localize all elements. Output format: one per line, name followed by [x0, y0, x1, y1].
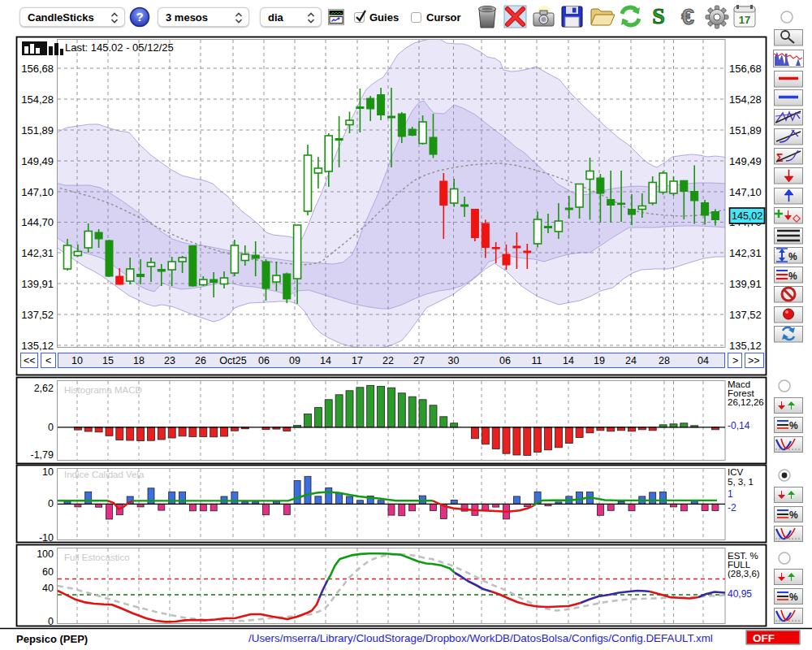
svg-text:135,12: 135,12 — [729, 340, 762, 352]
svg-text:17: 17 — [352, 355, 363, 366]
svg-text:40,95: 40,95 — [728, 588, 752, 600]
svg-text:149,49: 149,49 — [21, 155, 54, 167]
svg-text:Indice Calidad Vela: Indice Calidad Vela — [64, 470, 145, 479]
svg-text:<: < — [45, 355, 51, 366]
svg-text:OFF: OFF — [753, 632, 775, 644]
svg-text:/Users/mserra/Library/CloudSto: /Users/mserra/Library/CloudStorage/Dropb… — [248, 632, 713, 644]
svg-text:1: 1 — [728, 488, 733, 500]
svg-text:145,02: 145,02 — [732, 210, 762, 222]
svg-text:139,91: 139,91 — [729, 278, 762, 290]
svg-text:%: % — [788, 271, 797, 282]
svg-text:%: % — [789, 592, 798, 603]
svg-text:147,10: 147,10 — [21, 186, 54, 198]
svg-text:0: 0 — [48, 498, 54, 509]
svg-text:154,28: 154,28 — [729, 93, 762, 106]
svg-text:23: 23 — [164, 355, 175, 366]
svg-text:154,28: 154,28 — [21, 93, 54, 106]
svg-text:-1,79: -1,79 — [31, 449, 54, 461]
svg-text:24: 24 — [625, 355, 637, 366]
svg-text:60: 60 — [42, 566, 54, 578]
svg-text:137,52: 137,52 — [729, 309, 762, 321]
svg-text:142,31: 142,31 — [21, 247, 54, 259]
svg-text:04: 04 — [698, 355, 709, 366]
svg-text:28: 28 — [659, 355, 670, 366]
svg-text:<<: << — [24, 355, 36, 366]
svg-text:30: 30 — [448, 355, 460, 366]
svg-text:10: 10 — [42, 466, 54, 478]
svg-text:137,52: 137,52 — [21, 309, 54, 321]
svg-text:ICV: ICV — [728, 467, 744, 477]
svg-text:15: 15 — [102, 355, 114, 366]
svg-text:142,31: 142,31 — [729, 247, 762, 259]
svg-text:156,68: 156,68 — [729, 63, 762, 75]
svg-text:149,49: 149,49 — [729, 155, 762, 167]
svg-text:135,12: 135,12 — [21, 340, 54, 352]
svg-text:0: 0 — [48, 616, 54, 627]
svg-text:06: 06 — [499, 355, 511, 366]
svg-text:156,68: 156,68 — [21, 63, 54, 75]
svg-text:14: 14 — [563, 355, 574, 366]
svg-text:06: 06 — [258, 355, 270, 366]
svg-text:144,70: 144,70 — [21, 216, 54, 228]
svg-text:%: % — [789, 420, 798, 431]
svg-text:11: 11 — [532, 355, 542, 366]
svg-text:-2: -2 — [728, 502, 736, 514]
svg-text:18: 18 — [133, 355, 145, 366]
svg-text:Last: 145.02 - 05/12/25: Last: 145.02 - 05/12/25 — [65, 41, 174, 54]
svg-text:151,89: 151,89 — [729, 124, 762, 136]
svg-text:40: 40 — [42, 583, 54, 594]
svg-text:-0,14: -0,14 — [728, 420, 750, 431]
svg-text:-10: -10 — [39, 532, 54, 544]
svg-text:2,62: 2,62 — [34, 383, 54, 394]
svg-text:(28,3,6): (28,3,6) — [728, 569, 760, 578]
svg-text:19: 19 — [594, 355, 605, 366]
svg-text:147,10: 147,10 — [729, 186, 762, 198]
svg-text:26,12,26: 26,12,26 — [728, 397, 764, 407]
svg-text:09: 09 — [289, 355, 300, 366]
svg-text:26: 26 — [195, 355, 206, 366]
svg-text:>>: >> — [748, 355, 760, 366]
svg-text:Histograma MACD: Histograma MACD — [64, 385, 142, 395]
svg-text:Σ: Σ — [776, 151, 783, 164]
svg-text:10: 10 — [71, 355, 83, 366]
svg-text:100: 100 — [37, 548, 54, 560]
svg-text:>: > — [732, 355, 738, 366]
svg-text:5, 3, 1: 5, 3, 1 — [728, 477, 754, 487]
svg-text:%: % — [789, 509, 798, 521]
svg-text:Pepsico (PEP): Pepsico (PEP) — [16, 633, 88, 645]
svg-text:Oct25: Oct25 — [219, 355, 246, 366]
svg-text:14: 14 — [320, 355, 331, 366]
svg-text:151,89: 151,89 — [21, 124, 54, 136]
svg-text:139,91: 139,91 — [21, 278, 54, 290]
svg-text:22: 22 — [382, 355, 394, 366]
svg-text:0: 0 — [48, 422, 54, 433]
svg-text:27: 27 — [413, 355, 425, 366]
svg-text:Full Estocastico: Full Estocastico — [64, 552, 130, 562]
svg-text:%: % — [788, 251, 797, 262]
